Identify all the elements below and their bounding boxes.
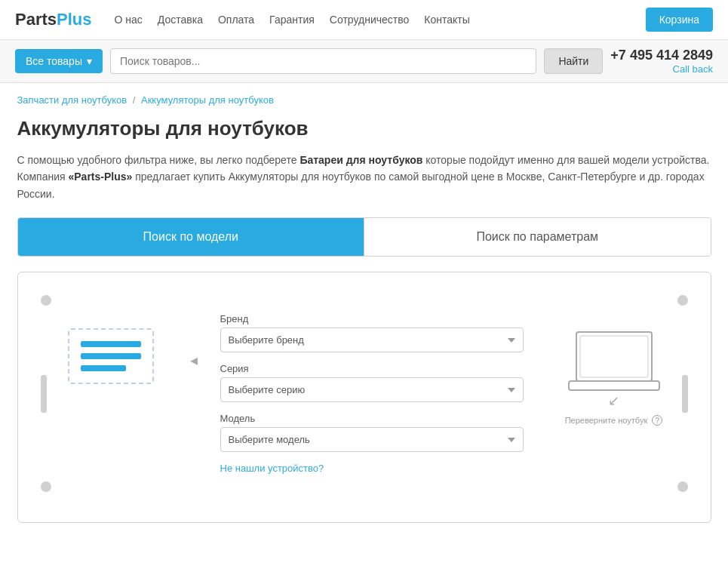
corner-dot-br xyxy=(677,481,688,492)
main-nav: О нас Доставка Оплата Гарантия Сотруднич… xyxy=(115,14,646,26)
series-select[interactable]: Выберите серию xyxy=(220,377,524,402)
brand-select[interactable]: Выберите бренд Acer Asus Dell HP Lenovo … xyxy=(220,327,524,352)
right-handle xyxy=(682,375,688,413)
nav-item-about[interactable]: О нас xyxy=(115,14,143,26)
question-icon[interactable]: ? xyxy=(652,415,662,426)
main-content: Запчасти для ноутбуков / Аккумуляторы дл… xyxy=(2,83,726,534)
sketch-line-2 xyxy=(81,353,141,359)
nav-item-payment[interactable]: Оплата xyxy=(218,14,254,26)
dropdown-arrow-icon: ▾ xyxy=(87,55,92,67)
header: PartsPlus О нас Доставка Оплата Гарантия… xyxy=(0,0,728,40)
corner-dots-top xyxy=(41,295,688,306)
all-goods-label: Все товары xyxy=(26,55,82,67)
page-title: Аккумуляторы для ноутбуков xyxy=(17,117,711,140)
all-goods-button[interactable]: Все товары ▾ xyxy=(15,49,103,73)
desc-text-1: С помощью удобного фильтра ниже, вы легк… xyxy=(17,154,300,166)
svg-rect-2 xyxy=(569,381,659,390)
sketch-line-1 xyxy=(81,341,141,347)
page-description: С помощью удобного фильтра ниже, вы легк… xyxy=(17,152,711,202)
corner-dot-bl xyxy=(41,481,51,492)
laptop-svg xyxy=(565,328,663,396)
filter-middle-row: ◂ Бренд Выберите бренд Acer Asus Dell HP… xyxy=(41,313,688,474)
laptop-sketch-left xyxy=(47,328,175,384)
model-select[interactable]: Выберите модель xyxy=(220,427,524,452)
breadcrumb-item-1[interactable]: Запчасти для ноутбуков xyxy=(17,94,127,106)
phone-number: +7 495 414 2849 xyxy=(610,48,713,63)
not-found-link[interactable]: Не нашли устройство? xyxy=(220,463,524,474)
search-bar: Все товары ▾ Найти +7 495 414 2849 Call … xyxy=(0,40,728,83)
nav-item-contacts[interactable]: Контакты xyxy=(424,14,469,26)
series-label: Серия xyxy=(220,363,524,374)
svg-rect-1 xyxy=(580,336,648,377)
breadcrumb-separator: / xyxy=(133,94,136,106)
corner-dots-bottom xyxy=(41,481,688,492)
laptop-diagram-right: ↙ Переверните ноутбук ? xyxy=(546,313,682,426)
cart-button[interactable]: Корзина xyxy=(646,8,713,32)
filter-widget: ◂ Бренд Выберите бренд Acer Asus Dell HP… xyxy=(17,272,711,523)
logo[interactable]: PartsPlus xyxy=(15,10,92,29)
desc-bold-2: «Parts-Plus» xyxy=(68,171,132,183)
call-back-link[interactable]: Call back xyxy=(610,63,713,75)
flip-text-label: Переверните ноутбук xyxy=(565,416,648,425)
logo-parts: Parts xyxy=(15,10,57,29)
tab-container: Поиск по модели Поиск по параметрам xyxy=(17,217,711,257)
brand-label: Бренд xyxy=(220,313,524,324)
flip-arrow-icon: ↙ xyxy=(608,392,619,409)
middle-content: ◂ Бренд Выберите бренд Acer Asus Dell HP… xyxy=(47,313,682,474)
sketch-line-3 xyxy=(81,365,126,371)
breadcrumb: Запчасти для ноутбуков / Аккумуляторы дл… xyxy=(17,94,711,106)
laptop-sketch-inner xyxy=(68,328,154,384)
corner-dot-tr xyxy=(677,295,688,306)
nav-item-cooperation[interactable]: Сотрудничество xyxy=(330,14,409,26)
tab-param-search[interactable]: Поиск по параметрам xyxy=(364,218,711,256)
search-input[interactable] xyxy=(110,48,536,74)
corner-dot-tl xyxy=(41,295,51,306)
logo-plus: Plus xyxy=(57,10,91,29)
flip-text: Переверните ноутбук ? xyxy=(565,415,663,426)
svg-rect-0 xyxy=(576,332,652,381)
arrow-right-icon: ◂ xyxy=(190,351,198,369)
nav-item-warranty[interactable]: Гарантия xyxy=(269,14,315,26)
search-button[interactable]: Найти xyxy=(544,48,603,74)
phone-block: +7 495 414 2849 Call back xyxy=(610,48,713,75)
series-group: Серия Выберите серию xyxy=(220,363,524,402)
tab-model-search[interactable]: Поиск по модели xyxy=(18,218,364,256)
left-handle xyxy=(41,375,47,413)
model-label: Модель xyxy=(220,413,524,424)
filter-form: Бренд Выберите бренд Acer Asus Dell HP L… xyxy=(213,313,531,474)
brand-group: Бренд Выберите бренд Acer Asus Dell HP L… xyxy=(220,313,524,352)
desc-bold-1: Батареи для ноутбуков xyxy=(299,154,422,166)
breadcrumb-item-2[interactable]: Аккумуляторы для ноутбуков xyxy=(141,94,274,106)
nav-item-delivery[interactable]: Доставка xyxy=(158,14,203,26)
model-group: Модель Выберите модель xyxy=(220,413,524,452)
